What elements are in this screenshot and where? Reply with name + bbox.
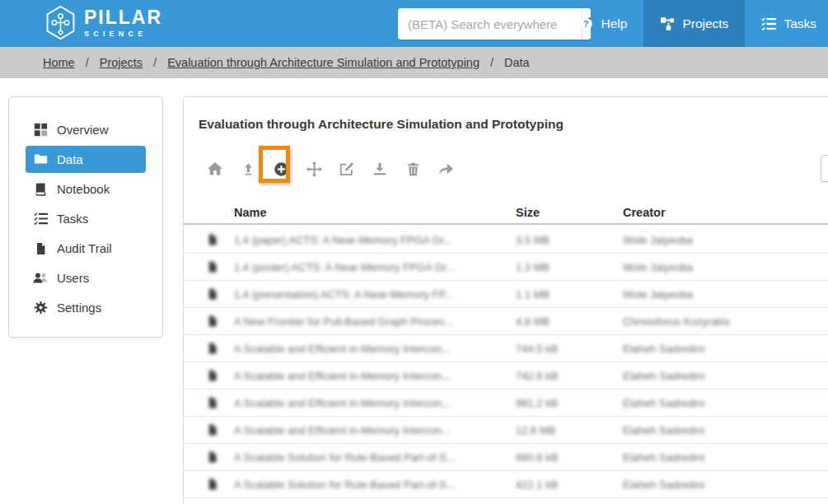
sidebar-item-label: Data xyxy=(57,152,83,166)
home-icon xyxy=(207,161,223,177)
nav-help-label: Help xyxy=(601,16,627,31)
sidebar-item-overview[interactable]: Overview xyxy=(26,116,146,143)
header-nav: ? Help Projects Tasks xyxy=(562,0,828,47)
file-table: 1.4 (paper) ACTS: A Near-Memory FPGA Gr.… xyxy=(184,226,828,498)
table-row[interactable]: 1.4 (paper) ACTS: A Near-Memory FPGA Gr.… xyxy=(184,226,828,254)
sidebar-item-settings[interactable]: Settings xyxy=(26,294,146,321)
tasks-icon xyxy=(33,212,48,226)
nav-tasks[interactable]: Tasks xyxy=(745,0,828,47)
column-header-size: Size xyxy=(516,206,623,219)
edge-partial-button[interactable] xyxy=(821,155,828,182)
download-button[interactable] xyxy=(363,152,396,185)
file-icon xyxy=(33,241,48,256)
brand-name: PILLAR xyxy=(84,8,162,27)
table-row[interactable]: A Scalable and Efficient in-Memory Inter… xyxy=(184,417,828,444)
table-row[interactable]: A Scalable and Efficient in-Memory Inter… xyxy=(184,335,828,362)
search-input[interactable] xyxy=(398,8,582,40)
file-size: 422.1 kB xyxy=(516,478,623,491)
notebook-icon xyxy=(33,182,48,197)
breadcrumb-home[interactable]: Home xyxy=(43,56,75,69)
file-size: 3.5 MB xyxy=(516,234,623,246)
edit-button[interactable] xyxy=(330,152,363,185)
file-name: 1.4 (poster) ACTS: A Near-Memory FPGA Gr… xyxy=(234,261,516,273)
file-creator: Wole Jaiyeoba xyxy=(623,234,828,246)
sidebar-item-label: Notebook xyxy=(57,182,110,196)
gear-icon xyxy=(33,301,48,315)
sidebar-item-tasks[interactable]: Tasks xyxy=(26,205,146,232)
breadcrumb-project-name[interactable]: Evaluation through Architecture Simulati… xyxy=(167,56,479,69)
tasks-icon xyxy=(761,16,776,31)
nav-help[interactable]: ? Help xyxy=(562,0,643,47)
upload-button[interactable] xyxy=(232,152,264,185)
users-icon xyxy=(33,271,48,286)
file-name: 1.4 (paper) ACTS: A Near-Memory FPGA Gr.… xyxy=(234,234,516,246)
sidebar-item-audit-trail[interactable]: Audit Trail xyxy=(26,235,146,262)
file-name: A New Frontier for Pull-Based Graph Proc… xyxy=(234,315,516,328)
brand[interactable]: PILLAR SCIENCE xyxy=(44,5,162,40)
upload-icon xyxy=(241,162,255,176)
sidebar-item-label: Audit Trail xyxy=(57,241,112,255)
project-sidebar: Overview Data Notebook Tasks Audit Trail xyxy=(8,96,163,338)
file-creator: Elaheh Sadredini xyxy=(623,343,828,355)
file-creator: Wole Jaiyeoba xyxy=(623,261,828,273)
file-name: A Scalable and Efficient in-Memory Inter… xyxy=(234,424,516,436)
table-row[interactable]: 1.4 (poster) ACTS: A Near-Memory FPGA Gr… xyxy=(184,254,828,281)
projects-icon xyxy=(660,16,675,31)
table-row[interactable]: 1.4 (presentation) ACTS: A Near-Memory F… xyxy=(184,281,828,308)
sidebar-item-data[interactable]: Data xyxy=(26,146,146,173)
file-name: A Scalable Solution for Rule-Based Part-… xyxy=(234,451,516,464)
file-name: A Scalable Solution for Rule-Based Part-… xyxy=(234,478,516,491)
file-icon xyxy=(207,233,219,247)
breadcrumb-separator: / xyxy=(490,56,494,69)
add-button[interactable] xyxy=(264,152,297,185)
sidebar-item-label: Settings xyxy=(57,301,101,315)
breadcrumb: Home / Projects / Evaluation through Arc… xyxy=(0,47,828,78)
table-row[interactable]: A Scalable Solution for Rule-Based Part-… xyxy=(184,444,828,471)
file-icon xyxy=(207,423,219,437)
svg-text:?: ? xyxy=(583,18,589,28)
data-panel: Evaluation through Architecture Simulati… xyxy=(183,96,828,504)
file-creator: Elaheh Sadredini xyxy=(623,451,828,464)
file-size: 744.5 kB xyxy=(516,343,623,355)
share-icon xyxy=(438,161,453,176)
file-icon xyxy=(207,260,219,274)
file-icon xyxy=(207,478,219,492)
breadcrumb-projects[interactable]: Projects xyxy=(100,56,143,69)
file-name: A Scalable and Efficient in-Memory Inter… xyxy=(234,370,516,382)
help-icon: ? xyxy=(578,16,593,31)
nav-projects[interactable]: Projects xyxy=(643,0,745,47)
plus-circle-icon xyxy=(274,161,289,177)
page-title: Evaluation through Architecture Simulati… xyxy=(199,117,564,132)
brand-subname: SCIENCE xyxy=(84,30,162,38)
move-button[interactable] xyxy=(297,152,330,185)
file-icon xyxy=(207,369,219,383)
file-icon xyxy=(207,450,219,464)
file-size: 1.3 MB xyxy=(516,261,623,273)
share-button[interactable] xyxy=(429,152,462,185)
grid-icon xyxy=(33,123,48,138)
top-header: PILLAR SCIENCE ? Help xyxy=(0,0,828,47)
file-icon xyxy=(207,396,219,410)
home-button[interactable] xyxy=(199,152,232,185)
file-size: 660.6 kB xyxy=(516,451,623,464)
sidebar-item-label: Tasks xyxy=(57,212,88,226)
app-window: PILLAR SCIENCE ? Help xyxy=(0,0,828,504)
table-row[interactable]: A Scalable Solution for Rule-Based Part-… xyxy=(184,471,828,498)
file-icon xyxy=(207,342,219,356)
column-header-name: Name xyxy=(234,206,516,219)
file-size: 981.2 kB xyxy=(516,397,623,409)
table-row[interactable]: A Scalable and Efficient in-Memory Inter… xyxy=(184,390,828,417)
sidebar-item-users[interactable]: Users xyxy=(26,264,146,292)
file-size: 4.8 MB xyxy=(516,315,623,328)
table-row[interactable]: A New Frontier for Pull-Based Graph Proc… xyxy=(184,308,828,335)
sidebar-item-label: Users xyxy=(57,271,89,285)
file-creator: Christoforos Kozyrakis xyxy=(623,315,828,328)
breadcrumb-separator: / xyxy=(153,56,157,69)
sidebar-item-notebook[interactable]: Notebook xyxy=(26,175,146,203)
table-row[interactable]: A Scalable and Efficient in-Memory Inter… xyxy=(184,362,828,390)
file-icon xyxy=(207,287,219,301)
file-name: A Scalable and Efficient in-Memory Inter… xyxy=(234,397,516,409)
file-creator: Elaheh Sadredini xyxy=(623,370,828,382)
column-header-creator: Creator xyxy=(623,206,828,219)
delete-button[interactable] xyxy=(396,152,429,185)
